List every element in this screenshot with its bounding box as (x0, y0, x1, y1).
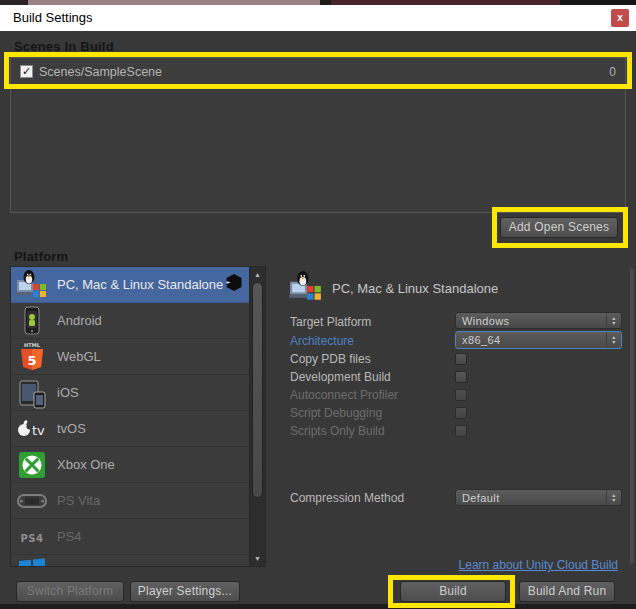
scene-checkbox[interactable]: ✓ (20, 65, 33, 78)
platform-label: tvOS (57, 421, 86, 436)
platform-row-ps-vita[interactable]: PS Vita (11, 483, 249, 519)
platform-row-webgl[interactable]: HTML 5 WebGL (11, 339, 249, 375)
scroll-up-icon[interactable]: ▲ (250, 268, 265, 281)
target-platform-value: Windows (462, 315, 509, 327)
copy-pdb-checkbox[interactable] (455, 353, 467, 365)
switch-platform-button[interactable]: Switch Platform (16, 581, 124, 602)
scripts-only-build-label: Scripts Only Build (290, 424, 385, 438)
tvos-icon: tv (16, 413, 48, 445)
dialog-title: Build Settings (13, 5, 93, 31)
window-bottom-edge (0, 604, 636, 609)
scene-build-index: 0 (609, 65, 616, 79)
add-open-scenes-button[interactable]: Add Open Scenes (500, 217, 618, 238)
build-and-run-button[interactable]: Build And Run (519, 581, 615, 602)
dropdown-arrows-icon (606, 332, 621, 348)
platform-label: Xbox One (57, 457, 115, 472)
ios-icon (16, 377, 48, 409)
compression-method-label: Compression Method (290, 491, 404, 505)
platform-scrollbar[interactable]: ▲ ▼ (249, 267, 265, 566)
uwp-windows-icon (16, 557, 48, 567)
platform-rows: PC, Mac & Linux Standalone Android (11, 267, 249, 566)
scripts-only-build-checkbox[interactable] (455, 425, 467, 437)
scenes-list[interactable]: ✓ Scenes/SampleScene 0 (10, 57, 626, 213)
details-scrollbar[interactable] (630, 268, 634, 564)
svg-text:tv: tv (32, 423, 45, 438)
platform-label: WebGL (57, 349, 101, 364)
standalone-icon (16, 269, 48, 301)
platform-header: Platform (14, 249, 68, 264)
platform-row-ios[interactable]: iOS (11, 375, 249, 411)
svg-text:PS4: PS4 (21, 532, 44, 543)
platform-row-ps4[interactable]: PS4 PS4 (11, 519, 249, 555)
svg-text:HTML: HTML (24, 342, 41, 348)
dropdown-arrows-icon (606, 490, 621, 505)
ps-vita-icon (16, 485, 48, 517)
architecture-value: x86_64 (462, 334, 501, 346)
scenes-in-build-header: Scenes In Build (14, 39, 114, 54)
svg-text:5: 5 (27, 353, 36, 368)
compression-method-dropdown[interactable]: Default (455, 489, 622, 506)
platform-label: PS Vita (57, 493, 100, 508)
scene-row[interactable]: ✓ Scenes/SampleScene 0 (11, 58, 625, 85)
target-platform-dropdown[interactable]: Windows (455, 312, 622, 329)
webgl-html5-icon: HTML 5 (16, 341, 48, 373)
ps4-icon: PS4 (16, 521, 48, 553)
selected-platform-title: PC, Mac & Linux Standalone (332, 281, 498, 296)
architecture-label: Architecture (290, 334, 354, 348)
script-debugging-checkbox[interactable] (455, 407, 467, 419)
dropdown-arrows-icon (606, 313, 621, 328)
development-build-checkbox[interactable] (455, 371, 467, 383)
platform-row-xbox-one[interactable]: Xbox One (11, 447, 249, 483)
platform-label: Android (57, 313, 102, 328)
scrollbar-thumb[interactable] (252, 282, 263, 498)
platform-row-standalone[interactable]: PC, Mac & Linux Standalone (11, 267, 249, 303)
platform-row-partial[interactable] (11, 555, 249, 566)
platform-label: PS4 (57, 529, 82, 544)
development-build-label: Development Build (290, 370, 391, 384)
close-icon[interactable]: x (611, 9, 629, 27)
platform-row-tvos[interactable]: tv tvOS (11, 411, 249, 447)
architecture-dropdown[interactable]: x86_64 (455, 331, 622, 349)
autoconnect-profiler-label: Autoconnect Profiler (290, 388, 398, 402)
scroll-down-icon[interactable]: ▼ (250, 552, 265, 565)
android-icon (16, 305, 48, 337)
compression-method-value: Default (462, 492, 500, 504)
unity-cube-icon (224, 273, 243, 296)
platform-label: PC, Mac & Linux Standalone (57, 277, 223, 292)
platform-list: PC, Mac & Linux Standalone Android (10, 266, 266, 567)
dialog-titlebar: Build Settings (0, 5, 636, 31)
platform-label: iOS (57, 385, 79, 400)
autoconnect-profiler-checkbox[interactable] (455, 389, 467, 401)
platform-row-android[interactable]: Android (11, 303, 249, 339)
player-settings-button[interactable]: Player Settings... (130, 581, 240, 602)
scene-name: Scenes/SampleScene (39, 65, 162, 79)
build-button[interactable]: Build (400, 581, 506, 602)
unity-cloud-build-link[interactable]: Learn about Unity Cloud Build (459, 558, 618, 572)
selected-platform-icon (289, 270, 323, 304)
script-debugging-label: Script Debugging (290, 406, 382, 420)
xbox-icon (16, 449, 48, 481)
target-platform-label: Target Platform (290, 315, 371, 329)
copy-pdb-label: Copy PDB files (290, 352, 371, 366)
